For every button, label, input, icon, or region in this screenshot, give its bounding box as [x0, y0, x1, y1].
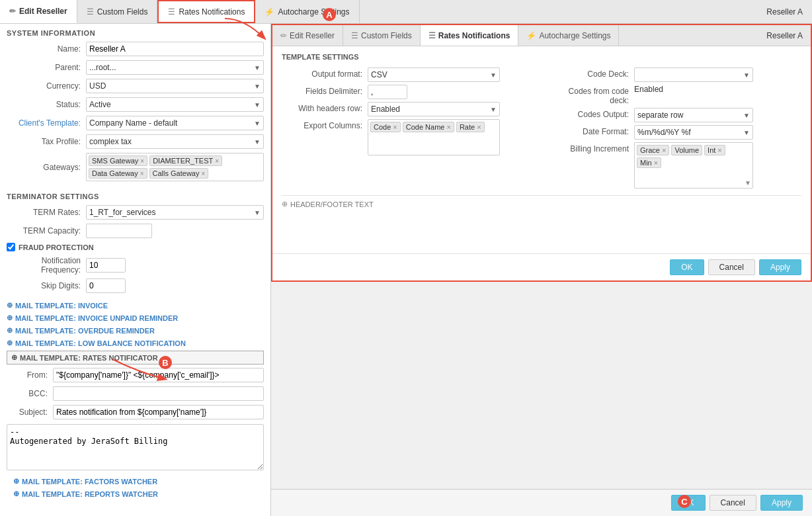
- remove-min-icon[interactable]: ×: [654, 159, 658, 167]
- code-deck-arrow-icon: ▼: [743, 71, 750, 79]
- term-capacity-label: TERM Capacity:: [7, 226, 86, 236]
- output-format-select[interactable]: CSV ▼: [368, 67, 500, 82]
- code-deck-select[interactable]: ▼: [634, 67, 753, 82]
- export-tag-rate: Rate ×: [456, 122, 485, 132]
- codes-output-row: Codes Output: separate row ▼: [548, 107, 801, 124]
- remove-grace-icon[interactable]: ×: [662, 146, 666, 154]
- name-input[interactable]: [86, 42, 264, 56]
- overlay-tab-custom-fields[interactable]: ☰ Custom Fields: [343, 25, 421, 46]
- annotation-b: B: [159, 356, 172, 369]
- from-input[interactable]: [53, 368, 264, 382]
- mail-template-factors-watcher[interactable]: ⊕ MAIL TEMPLATE: FACTORS WATCHER: [7, 475, 264, 488]
- status-row: Status: Active ▼: [0, 95, 270, 114]
- mail-template-invoice[interactable]: ⊕ MAIL TEMPLATE: INVOICE: [0, 299, 270, 312]
- fraud-checkbox[interactable]: [7, 243, 15, 251]
- export-cols-label: Export Columns:: [282, 119, 368, 130]
- currency-arrow-icon: ▼: [254, 83, 261, 90]
- remove-int-icon[interactable]: ×: [717, 146, 721, 154]
- gateways-row: Gateways: SMS Gateway × DIAMETER_TEST × …: [0, 151, 270, 183]
- fraud-header: FRAUD PROTECTION: [0, 240, 270, 254]
- overlay-tab-autocharge[interactable]: ⚡ Autocharge Settings: [518, 25, 619, 46]
- mail-template-reports-watcher[interactable]: ⊕ MAIL TEMPLATE: REPORTS WATCHER: [7, 488, 264, 500]
- top-tab-bar: ✏ Edit Reseller ☰ Custom Fields ☰ Rates …: [0, 0, 812, 24]
- header-footer-expand-icon: ⊕: [282, 200, 288, 208]
- overlay-dialog: ✏ Edit Reseller ☰ Custom Fields ☰ Rates …: [271, 24, 812, 282]
- codes-output-label: Codes Output:: [548, 108, 634, 119]
- tab-custom-fields[interactable]: ☰ Custom Fields: [77, 0, 158, 23]
- remove-code-icon[interactable]: ×: [393, 123, 397, 131]
- gateways-container[interactable]: SMS Gateway × DIAMETER_TEST × Data Gatew…: [86, 153, 264, 181]
- code-deck-row: Code Deck: ▼: [548, 66, 801, 83]
- with-headers-label: With headers row:: [282, 102, 368, 113]
- tab-autocharge-settings[interactable]: ⚡ Autocharge Settings: [255, 0, 359, 23]
- billing-tag-volume: Volume: [671, 145, 702, 155]
- remove-rate-icon[interactable]: ×: [477, 123, 481, 131]
- tax-profile-select[interactable]: complex tax ▼: [86, 134, 264, 149]
- subject-input[interactable]: [53, 405, 264, 419]
- mail-template-overdue[interactable]: ⊕ MAIL TEMPLATE: OVERDUE REMINDER: [0, 324, 270, 337]
- currency-select[interactable]: USD ▼: [86, 79, 264, 93]
- terminator-header: TERMINATOR SETTINGS: [0, 187, 270, 203]
- currency-label: Currency:: [7, 81, 86, 91]
- codes-from-label: Codes from code deck:: [548, 85, 634, 105]
- output-format-label: Output format:: [282, 67, 368, 79]
- expand-invoice-unpaid-icon: ⊕: [7, 314, 13, 322]
- gateways-label: Gateways:: [7, 163, 86, 172]
- notification-frequency-input[interactable]: [86, 258, 126, 273]
- status-select[interactable]: Active ▼: [86, 97, 264, 112]
- remove-code-name-icon[interactable]: ×: [446, 123, 450, 131]
- with-headers-select[interactable]: Enabled ▼: [368, 102, 500, 116]
- mail-form: From: BCC: Subject: -- Autogenerated by …: [0, 366, 270, 472]
- billing-increment-label: Billing Increment: [548, 142, 634, 153]
- footer-apply-button[interactable]: Apply: [760, 495, 803, 511]
- status-arrow-icon: ▼: [254, 101, 261, 108]
- mail-template-low-balance[interactable]: ⊕ MAIL TEMPLATE: LOW BALANCE NOTIFICATIO…: [0, 337, 270, 349]
- mail-template-invoice-unpaid[interactable]: ⊕ MAIL TEMPLATE: INVOICE UNPAID REMINDER: [0, 312, 270, 324]
- remove-data-icon[interactable]: ×: [140, 170, 144, 177]
- tax-profile-label: Tax Profile:: [7, 137, 86, 146]
- term-capacity-input[interactable]: [86, 224, 152, 238]
- date-format-row: Date Format: %m/%d/%Y %f ▼: [548, 124, 801, 141]
- skip-digits-input[interactable]: [86, 279, 126, 293]
- left-panel: SYSTEM INFORMATION Name: Parent: ...root…: [0, 24, 271, 516]
- template-right-col: Code Deck: ▼ Codes from code deck: Enabl…: [548, 66, 801, 190]
- tab-rates-notifications[interactable]: ☰ Rates Notifications: [157, 0, 255, 23]
- export-cols-container[interactable]: Code × Code Name × Rate: [368, 119, 500, 155]
- remove-diameter-icon[interactable]: ×: [215, 157, 219, 165]
- header-footer-label[interactable]: ⊕ HEADER/FOOTER TEXT: [282, 200, 801, 208]
- date-format-arrow-icon: ▼: [743, 129, 750, 136]
- skip-digits-row: Skip Digits:: [0, 277, 270, 295]
- notification-frequency-row: Notification Frequency:: [0, 254, 270, 277]
- tab-edit-reseller[interactable]: ✏ Edit Reseller: [0, 0, 77, 23]
- expand-factors-icon: ⊕: [13, 477, 19, 486]
- footer-cancel-button[interactable]: Cancel: [710, 495, 756, 511]
- clients-template-label[interactable]: Client's Template:: [7, 118, 86, 128]
- parent-select[interactable]: ...root... ▼: [86, 60, 264, 75]
- overlay-tab-rates-notifications[interactable]: ☰ Rates Notifications: [421, 25, 519, 46]
- clients-template-select[interactable]: Company Name - default ▼: [86, 116, 264, 130]
- mail-template-rates-notificator[interactable]: ⊕ MAIL TEMPLATE: RATES NOTIFICATOR: [7, 351, 264, 365]
- overlay-tab-edit-reseller[interactable]: ✏ Edit Reseller: [272, 25, 343, 46]
- gateway-tag-data: Data Gateway ×: [89, 168, 147, 179]
- codes-output-select[interactable]: separate row ▼: [634, 108, 753, 122]
- term-capacity-row: TERM Capacity:: [0, 222, 270, 240]
- overlay-cancel-button[interactable]: Cancel: [708, 259, 755, 275]
- overlay-ok-button[interactable]: OK: [670, 259, 704, 275]
- date-format-select[interactable]: %m/%d/%Y %f ▼: [634, 125, 753, 140]
- body-textarea[interactable]: -- Autogenerated by JeraSoft Billing: [7, 424, 264, 470]
- fields-delimiter-input[interactable]: [368, 85, 407, 99]
- overlay-apply-button[interactable]: Apply: [759, 259, 801, 275]
- term-rates-select[interactable]: 1_RT_for_services ▼: [86, 205, 264, 220]
- subject-row: Subject:: [7, 403, 264, 421]
- from-row: From:: [7, 366, 264, 384]
- expand-invoice-icon: ⊕: [7, 301, 13, 310]
- remove-calls-icon[interactable]: ×: [201, 170, 205, 177]
- billing-increment-container[interactable]: Grace × Volume Int ×: [634, 142, 753, 189]
- remove-sms-icon[interactable]: ×: [140, 157, 144, 165]
- subject-label: Subject:: [7, 408, 53, 417]
- template-left-col: Output format: CSV ▼ Fields Delimiter:: [282, 66, 535, 190]
- bcc-input[interactable]: [53, 386, 264, 401]
- with-headers-row: With headers row: Enabled ▼: [282, 101, 535, 118]
- annotation-a: A: [323, 8, 336, 21]
- output-format-row: Output format: CSV ▼: [282, 66, 535, 83]
